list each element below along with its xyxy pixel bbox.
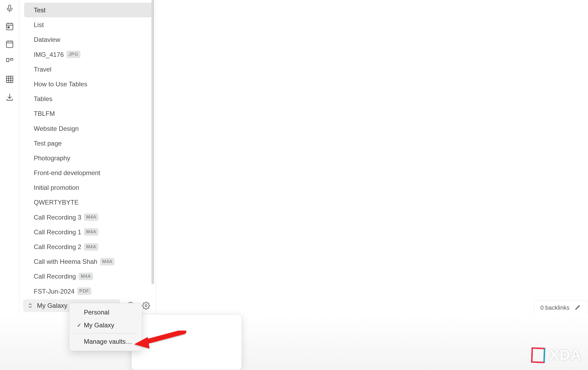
svg-rect-2 bbox=[6, 23, 13, 30]
file-item[interactable]: Call Recording 2M4A bbox=[24, 239, 152, 254]
file-label: Call Recording 2 bbox=[34, 243, 81, 251]
file-item[interactable]: TBLFM bbox=[24, 106, 152, 121]
table-icon[interactable] bbox=[4, 74, 15, 85]
file-item[interactable]: Call RecordingM4A bbox=[24, 269, 152, 284]
file-label: Photography bbox=[34, 154, 70, 162]
background-window bbox=[131, 314, 242, 370]
file-badge: M4A bbox=[84, 228, 98, 236]
file-badge: M4A bbox=[100, 258, 114, 265]
file-item[interactable]: How to Use Tables bbox=[24, 77, 152, 91]
file-item[interactable]: List bbox=[24, 17, 152, 32]
spacer bbox=[77, 339, 82, 345]
file-label: How to Use Tables bbox=[34, 80, 87, 88]
scrollbar-thumb[interactable] bbox=[151, 0, 154, 284]
file-label: IMG_4176 bbox=[34, 50, 64, 59]
file-item[interactable]: Initial promotion bbox=[24, 180, 152, 195]
file-item[interactable]: Front-end development bbox=[24, 165, 152, 180]
calendar-day-icon[interactable] bbox=[4, 21, 15, 32]
file-label: QWERTYBYTE bbox=[34, 198, 79, 206]
file-item[interactable]: Photography bbox=[24, 151, 152, 165]
svg-rect-13 bbox=[6, 76, 13, 83]
svg-rect-7 bbox=[6, 41, 13, 47]
file-badge: M4A bbox=[84, 213, 98, 221]
svg-rect-0 bbox=[9, 5, 11, 9]
file-label: List bbox=[34, 21, 44, 29]
menu-label: Personal bbox=[84, 309, 109, 316]
file-label: Travel bbox=[34, 65, 51, 73]
file-badge: M4A bbox=[84, 243, 98, 251]
app-window: Test List Dataview IMG_4176JPG Travel Ho… bbox=[0, 0, 588, 314]
left-ribbon bbox=[0, 0, 19, 314]
menu-label: My Galaxy bbox=[84, 321, 114, 329]
file-label: Website Design bbox=[34, 124, 79, 133]
check-icon: ✓ bbox=[77, 322, 82, 328]
file-item[interactable]: Call Recording 3M4A bbox=[24, 210, 152, 225]
file-list[interactable]: Test List Dataview IMG_4176JPG Travel Ho… bbox=[19, 0, 156, 297]
file-label: Test page bbox=[34, 139, 62, 147]
file-item[interactable]: Call Recording 1M4A bbox=[24, 225, 152, 239]
file-item[interactable]: Test bbox=[24, 3, 152, 17]
file-label: Test bbox=[34, 6, 46, 14]
download-icon[interactable] bbox=[4, 92, 15, 102]
file-label: FST-Jun-2024 bbox=[34, 287, 75, 295]
file-label: Front-end development bbox=[34, 169, 100, 177]
file-item[interactable]: FST-Jun-2024PDF bbox=[24, 284, 152, 297]
svg-rect-12 bbox=[10, 58, 13, 60]
vault-name: My Galaxy bbox=[37, 302, 67, 309]
file-item[interactable]: Test page bbox=[24, 136, 152, 151]
file-label: Call Recording 3 bbox=[34, 213, 81, 221]
watermark: XDA bbox=[544, 346, 582, 363]
file-item[interactable]: Tables bbox=[24, 91, 152, 106]
file-label: Call Recording bbox=[34, 272, 76, 280]
check-icon bbox=[77, 309, 82, 316]
file-item[interactable]: Travel bbox=[24, 62, 152, 77]
backlinks-count[interactable]: 0 backlinks bbox=[540, 304, 570, 311]
menu-label: Manage vaults… bbox=[84, 338, 132, 345]
mic-icon[interactable] bbox=[4, 3, 15, 14]
vault-menu: Personal ✓ My Galaxy Manage vaults… bbox=[69, 303, 142, 351]
file-item[interactable]: Call with Heema ShahM4A bbox=[24, 254, 152, 269]
edit-icon[interactable] bbox=[575, 304, 581, 312]
vault-menu-item-mygalaxy[interactable]: ✓ My Galaxy bbox=[69, 319, 142, 332]
settings-icon[interactable] bbox=[141, 300, 151, 311]
chevron-up-down-icon bbox=[27, 303, 33, 309]
menu-separator bbox=[73, 333, 138, 334]
vault-menu-manage[interactable]: Manage vaults… bbox=[69, 335, 142, 348]
board-icon[interactable] bbox=[4, 56, 15, 67]
calendar-icon[interactable] bbox=[4, 39, 15, 49]
vault-menu-item-personal[interactable]: Personal bbox=[69, 306, 142, 319]
file-label: Call with Heema Shah bbox=[34, 257, 97, 266]
file-label: TBLFM bbox=[34, 109, 55, 118]
file-label: Call Recording 1 bbox=[34, 228, 81, 236]
editor-pane[interactable] bbox=[156, 0, 588, 314]
file-badge: JPG bbox=[66, 51, 80, 58]
svg-point-20 bbox=[145, 305, 147, 307]
file-item[interactable]: Website Design bbox=[24, 121, 152, 136]
file-item[interactable]: IMG_4176JPG bbox=[24, 47, 152, 62]
file-label: Dataview bbox=[34, 35, 60, 44]
file-item[interactable]: Dataview bbox=[24, 32, 152, 47]
file-item[interactable]: QWERTYBYTE bbox=[24, 195, 152, 210]
svg-rect-11 bbox=[6, 58, 9, 62]
svg-rect-6 bbox=[8, 27, 9, 28]
sidebar: Test List Dataview IMG_4176JPG Travel Ho… bbox=[19, 0, 156, 314]
file-badge: M4A bbox=[79, 273, 93, 280]
file-badge: PDF bbox=[77, 287, 91, 295]
file-label: Tables bbox=[34, 95, 52, 103]
file-label: Initial promotion bbox=[34, 183, 79, 192]
status-bar: 0 backlinks bbox=[534, 300, 588, 315]
